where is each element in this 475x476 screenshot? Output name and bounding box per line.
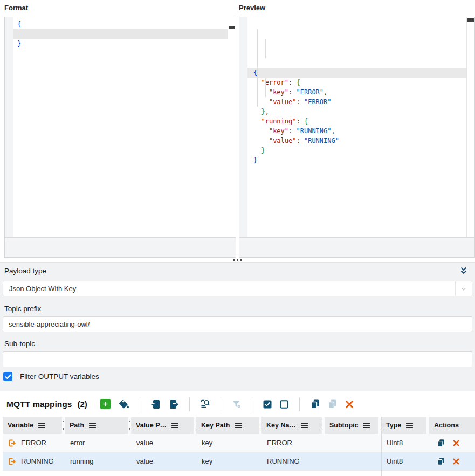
column-menu-icon[interactable] [171, 423, 178, 429]
column-header[interactable]: Key Na… [261, 417, 322, 434]
cell-key-path: key [196, 457, 261, 465]
delete-x-icon [345, 399, 354, 409]
column-menu-icon[interactable] [301, 423, 308, 429]
payload-type-select[interactable]: Json Object With Key [3, 281, 472, 296]
indent-guide [265, 78, 266, 97]
column-header[interactable]: Key Path [196, 417, 259, 434]
delete-row-icon[interactable] [452, 458, 460, 465]
payload-type-value: Json Object With Key [3, 285, 76, 293]
select-all-button[interactable] [263, 399, 272, 409]
clear-all-button[interactable] [118, 399, 129, 410]
preview-editor-panel: { "error": { "key": "ERROR", "value": "E… [239, 17, 475, 258]
cell-actions [429, 457, 475, 465]
filter-clear-icon [231, 399, 242, 409]
column-header[interactable]: Path [65, 417, 128, 434]
sub-topic-label: Sub-topic [4, 340, 35, 348]
column-header[interactable]: Value P… [131, 417, 194, 434]
preview-editor-scrollbar[interactable] [466, 17, 474, 238]
toolbar-icons [100, 397, 354, 411]
toolbar-divider [189, 397, 190, 411]
format-code-editor[interactable]: { } [13, 17, 228, 238]
clear-filter-button-disabled[interactable] [231, 399, 242, 409]
table-row[interactable]: RUNNING running value key RUNNING Uint8 [3, 452, 475, 471]
column-label: Value P… [136, 422, 167, 429]
column-label: Variable [8, 422, 33, 429]
filter-output-label: Filter OUTPUT variables [20, 372, 99, 381]
deselect-all-button[interactable] [279, 399, 289, 409]
column-menu-icon[interactable] [235, 423, 242, 429]
paste-mappings-button-disabled[interactable] [327, 399, 338, 409]
copy-row-icon[interactable] [437, 439, 445, 447]
filter-output-row: Filter OUTPUT variables [3, 372, 99, 381]
paste-icon [327, 399, 338, 409]
preview-panel-title: Preview [239, 4, 265, 12]
topic-prefix-input[interactable] [3, 316, 472, 332]
format-editor-scrollbar[interactable] [228, 17, 236, 238]
copy-mappings-button[interactable] [310, 399, 320, 409]
sub-topic-input[interactable] [3, 351, 472, 367]
toolbar-divider [252, 397, 252, 411]
column-header[interactable]: Actions [429, 417, 475, 434]
preview-editor-gutter [239, 17, 247, 238]
delete-mappings-button[interactable] [345, 399, 354, 409]
column-label: Type [386, 422, 401, 429]
cell-key-name: ERROR [261, 439, 325, 447]
column-resize-handle[interactable] [426, 417, 429, 434]
table-header-row: Variable Path Value P… Key Path Key Na… … [3, 417, 475, 434]
column-menu-icon[interactable] [38, 423, 45, 429]
column-resize-handle[interactable] [322, 417, 325, 434]
panel-resize-handle[interactable] [0, 258, 475, 262]
table-body: ERROR error value key ERROR Uint8 RUNNIN… [3, 434, 475, 471]
resize-dot [237, 259, 238, 261]
column-menu-icon[interactable] [363, 423, 370, 429]
pinned-column-separator [381, 417, 382, 476]
output-variable-icon [8, 439, 16, 447]
indent-guide [257, 29, 258, 107]
column-header[interactable]: Subtopic [325, 417, 378, 434]
cell-value-path: value [131, 439, 196, 447]
cell-path: running [65, 457, 131, 465]
chevron-down-icon [460, 285, 467, 293]
column-label: Actions [434, 422, 459, 429]
topic-prefix-label: Topic prefix [4, 305, 41, 313]
column-resize-handle[interactable] [128, 417, 131, 434]
collapse-section-button[interactable] [458, 265, 469, 276]
add-mapping-button[interactable] [100, 399, 111, 409]
plus-icon [101, 400, 109, 408]
table-row[interactable]: ERROR error value key ERROR Uint8 [3, 434, 475, 452]
format-editor-gutter [5, 17, 13, 238]
format-scrollbar-thumb[interactable] [229, 26, 235, 29]
export-mappings-button[interactable] [168, 399, 179, 410]
checkbox-checked-icon [263, 399, 272, 409]
copy-row-icon[interactable] [437, 457, 445, 465]
preview-scrollbar-thumb[interactable] [467, 18, 474, 22]
column-menu-icon[interactable] [406, 423, 413, 429]
filter-output-checkbox[interactable] [3, 372, 12, 381]
cell-actions [429, 439, 475, 447]
cell-variable: RUNNING [3, 457, 65, 466]
mqtt-settings-form: Payload type Json Object With Key Topic … [0, 262, 475, 391]
column-resize-handle[interactable] [259, 417, 261, 434]
select-chevron [455, 281, 472, 296]
column-header[interactable]: Type [381, 417, 426, 434]
cell-key-path: key [196, 439, 261, 447]
column-menu-icon[interactable] [89, 423, 96, 429]
search-table-icon [200, 399, 210, 409]
toolbar-divider [221, 397, 221, 411]
variable-name: RUNNING [21, 457, 54, 465]
column-resize-handle[interactable] [62, 417, 65, 434]
resize-dot [233, 259, 235, 261]
cell-type: Uint8 [381, 439, 429, 447]
import-mappings-button[interactable] [150, 399, 161, 410]
cell-variable: ERROR [3, 439, 65, 447]
format-editor-statusbar [5, 237, 236, 257]
column-header[interactable]: Variable [3, 417, 62, 434]
copy-icon [310, 399, 320, 409]
cell-path: error [65, 439, 131, 447]
delete-row-icon[interactable] [452, 439, 460, 447]
output-variable-icon [8, 457, 16, 466]
column-label: Path [70, 422, 84, 429]
column-resize-handle[interactable] [194, 417, 196, 434]
search-mappings-button[interactable] [200, 399, 210, 409]
toolbar-divider [299, 397, 300, 411]
